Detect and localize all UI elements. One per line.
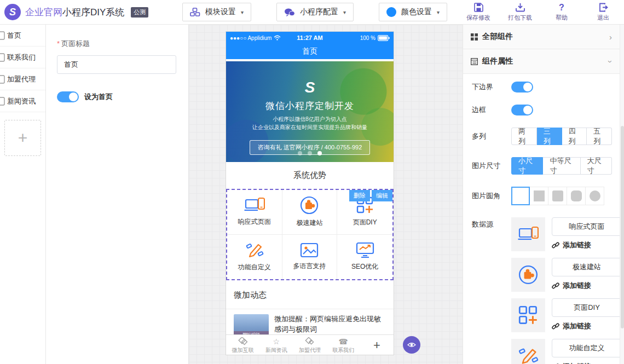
radius-option-medium[interactable]	[567, 187, 586, 205]
news-list-item[interactable]: 网站编辑 微加提醒：网页编辑应避免出现敏感词与极限词	[226, 309, 394, 336]
image-size-small-selected[interactable]: 小尺寸	[511, 157, 543, 175]
beta-badge: 公测	[131, 7, 148, 18]
grid-cell-custom-function[interactable]: 功能自定义	[227, 235, 282, 280]
hero-title: 微信小程序定制开发	[226, 100, 394, 112]
bottom-border-toggle[interactable]	[511, 82, 533, 93]
datasource-title-input[interactable]	[552, 217, 620, 236]
prop-label: 多列	[472, 131, 511, 141]
delete-component-button[interactable]: 删除	[349, 190, 370, 201]
page-title-label: *页面标题	[57, 39, 177, 49]
advantages-grid: 响应式页面 极速建站 页面DIY 功能自定义 多语言支持	[227, 190, 392, 279]
set-home-toggle[interactable]	[57, 91, 79, 102]
add-link-button[interactable]: 添加链接	[552, 321, 620, 331]
sidebar-item-home[interactable]: 首页	[0, 25, 45, 47]
sidebar-item-label: 加盟代理	[7, 74, 36, 84]
grid-cell-multilang[interactable]: 多语言支持	[282, 235, 338, 280]
page-diy-icon	[511, 298, 545, 332]
page-icon	[0, 53, 5, 62]
columns-option-4[interactable]: 四列	[562, 128, 587, 145]
sidebar-item-agent[interactable]: 加盟代理	[0, 68, 45, 90]
datasource-title-input[interactable]	[552, 339, 620, 357]
news-title: 微加提醒：网页编辑应避免出现敏感词与极限词	[274, 314, 386, 336]
add-link-button[interactable]: 添加链接	[552, 281, 620, 291]
sidebar-item-contact[interactable]: 联系我们	[0, 47, 45, 68]
radius-option-small[interactable]	[548, 187, 567, 205]
link-icon	[552, 241, 559, 249]
scrollbar-thumb[interactable]	[621, 126, 624, 328]
brand: S 企业官网小程序DIY系统 公测	[0, 4, 164, 20]
sidebar-item-news[interactable]: 新闻资讯	[0, 90, 45, 112]
prop-image-radius: 图片圆角	[472, 187, 612, 205]
grid-cell-fast-build[interactable]: 极速建站	[282, 190, 338, 235]
columns-option-3-selected[interactable]: 三列	[537, 128, 562, 145]
add-link-button[interactable]: 添加链接	[552, 240, 620, 250]
selected-component-outline[interactable]: 删除 编辑 响应式页面 极速建站 页面DIY 功能自定义	[226, 189, 394, 280]
edit-component-button[interactable]: 编辑	[372, 190, 392, 201]
datasource-title-input[interactable]	[552, 258, 620, 276]
toggle-knob	[523, 106, 532, 114]
module-settings-label: 模块设置	[205, 7, 236, 17]
miniprogram-config-label: 小程序配置	[300, 7, 338, 17]
section-title-advantages: 系统优势	[226, 162, 394, 189]
chevron-down-icon: ▾	[437, 9, 440, 15]
preview-button[interactable]	[403, 336, 420, 354]
grid-cell-label: 功能自定义	[238, 263, 271, 272]
page-title-input[interactable]	[57, 55, 176, 74]
radius-option-square[interactable]	[530, 187, 548, 205]
grid-cell-responsive[interactable]: 响应式页面	[227, 190, 282, 235]
image-size-large[interactable]: 大尺寸	[581, 157, 612, 175]
color-settings-dropdown[interactable]: 颜色设置 ▾	[379, 3, 447, 21]
chevron-down-icon: ›	[606, 60, 615, 63]
seo-icon	[356, 242, 374, 258]
tab-label: 联系我们	[332, 346, 354, 354]
border-toggle[interactable]	[511, 105, 533, 115]
tab-contact[interactable]: ☎ 联系我们	[327, 336, 360, 354]
columns-option-5[interactable]: 五列	[587, 128, 612, 145]
tab-label: 新闻资讯	[265, 346, 287, 354]
tab-news[interactable]: ☆ 新闻资讯	[259, 336, 293, 354]
radius-swatch	[534, 190, 545, 201]
add-page-button[interactable]: +	[4, 120, 41, 156]
module-settings-dropdown[interactable]: 模块设置 ▾	[182, 3, 251, 21]
phone-nav-title: 首页	[302, 47, 317, 56]
wechat-icon	[284, 8, 295, 17]
prop-border: 边框	[472, 105, 612, 115]
help-button[interactable]: ? 帮助	[548, 3, 575, 22]
miniprogram-config-dropdown[interactable]: 小程序配置 ▾	[276, 3, 354, 21]
tab-weijia[interactable]: 微加互联	[226, 336, 259, 354]
add-link-button[interactable]: 添加链接	[552, 362, 620, 364]
datasource-item: 添加链接	[511, 258, 620, 292]
save-icon	[474, 3, 483, 13]
set-home-row: 设为首页	[57, 91, 177, 102]
carousel-dot[interactable]	[298, 151, 302, 155]
required-mark: *	[57, 39, 60, 48]
hero-banner[interactable]: S 微信小程序定制开发 小程序以微信8亿用户为切入点 让企业以及商家在短时间里实…	[226, 61, 394, 162]
tab-agent[interactable]: 加盟代理	[293, 336, 326, 354]
sidebar-item-label: 联系我们	[7, 53, 36, 62]
diamond-icon	[305, 337, 315, 346]
carousel-dot-active[interactable]	[317, 151, 322, 155]
multilang-icon	[300, 242, 319, 258]
custom-function-icon	[511, 339, 545, 364]
image-size-medium[interactable]: 中等尺寸	[543, 157, 580, 175]
save-label: 保存修改	[466, 14, 490, 22]
grid-cell-seo[interactable]: SEO优化	[337, 235, 392, 280]
inspector-scrollbar[interactable]	[620, 25, 624, 364]
inspector-panel: 全部组件 › 组件属性 › 下边界 边框 多列 两列 三列	[463, 25, 620, 364]
all-components-header[interactable]: 全部组件 ›	[463, 25, 620, 49]
download-button[interactable]: 打包下载	[507, 3, 533, 22]
tab-add-button[interactable]: +	[360, 337, 394, 353]
exit-button[interactable]: 退出	[590, 3, 616, 22]
radius-option-none-selected[interactable]	[511, 187, 530, 205]
status-battery: 100 %	[360, 35, 375, 41]
radius-option-circle[interactable]	[586, 187, 604, 205]
datasource-title-input[interactable]	[552, 298, 620, 317]
save-button[interactable]: 保存修改	[465, 3, 492, 22]
carousel-dot[interactable]	[308, 151, 312, 155]
component-props-header[interactable]: 组件属性 ›	[463, 49, 620, 74]
radius-swatch	[515, 190, 526, 201]
page-icon	[0, 97, 5, 106]
phone-icon: ☎	[338, 337, 348, 346]
columns-option-2[interactable]: 两列	[511, 128, 537, 145]
prop-datasource: 数据源 添加链接	[472, 217, 612, 364]
